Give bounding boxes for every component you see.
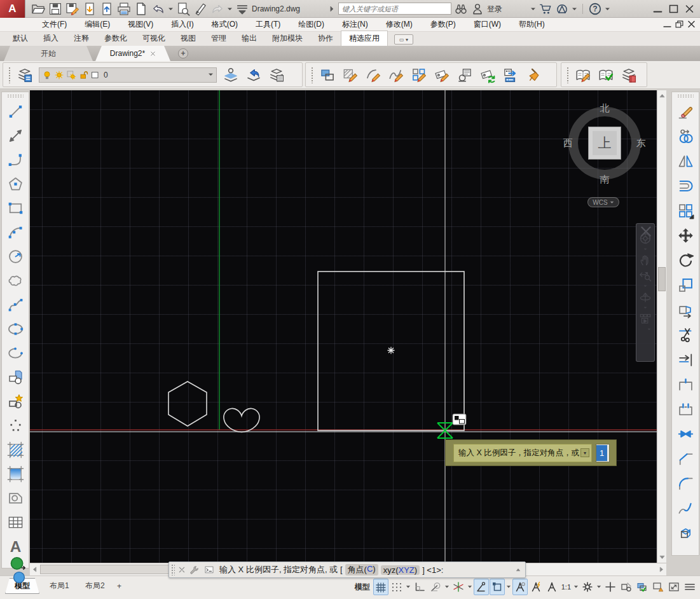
command-customize-icon[interactable] [189, 565, 199, 575]
toolbar-grip[interactable] [7, 94, 24, 98]
menu-edit[interactable]: 编辑(E) [76, 18, 119, 31]
scale-button[interactable] [673, 273, 697, 298]
pan-icon[interactable] [638, 253, 652, 267]
sketch-button[interactable] [193, 2, 208, 16]
construction-line-button[interactable] [3, 123, 27, 148]
dynamic-input-options-icon[interactable]: ▾ [580, 448, 589, 457]
revision-cloud-button[interactable] [3, 268, 27, 293]
hatch-edit-button[interactable] [339, 64, 362, 86]
stretch-button[interactable] [673, 298, 697, 322]
preview-button[interactable] [175, 2, 191, 16]
ribbon-tab-parametric[interactable]: 参数化 [97, 31, 135, 46]
rectangle-button[interactable] [3, 196, 27, 220]
save-button[interactable] [48, 2, 63, 16]
layout1-tab[interactable]: 布局1 [41, 578, 78, 594]
gradient-button[interactable] [3, 462, 27, 486]
maximize-button[interactable] [667, 3, 680, 15]
search-input[interactable] [339, 3, 451, 14]
search-icon[interactable] [454, 2, 468, 16]
close-button[interactable] [683, 3, 696, 15]
navbar-caret-icon[interactable] [642, 305, 649, 310]
navbar-caret-icon[interactable] [642, 247, 649, 252]
showmotion-icon[interactable] [638, 312, 652, 326]
attribute-export-button[interactable] [499, 64, 522, 86]
isodraft-caret[interactable] [467, 579, 473, 595]
layer-color-swatch[interactable] [90, 70, 100, 80]
menu-tools[interactable]: 工具(T) [247, 18, 289, 31]
toolbar-grip[interactable] [677, 94, 694, 98]
file-tab-start[interactable]: 开始 [4, 46, 93, 61]
open-from-mobile-button[interactable] [99, 2, 114, 16]
a360-caret-icon[interactable] [572, 6, 577, 12]
multiple-points-button[interactable] [3, 413, 27, 437]
spline-edit-button[interactable] [385, 64, 408, 86]
ribbon-tab-featured-apps[interactable]: 精选应用 [341, 31, 388, 46]
ribbon-tab-collaborate[interactable]: 协作 [310, 31, 341, 46]
menu-dimension[interactable]: 标注(N) [333, 18, 377, 31]
create-block-button[interactable] [3, 389, 27, 413]
menu-file[interactable]: 文件(F) [33, 18, 76, 31]
ribbon-tab-insert[interactable]: 插入 [36, 31, 66, 46]
performance-button[interactable] [650, 579, 666, 595]
polar-toggle[interactable] [428, 579, 443, 595]
ribbon-tab-output[interactable]: 输出 [234, 31, 264, 46]
isodraft-toggle[interactable] [451, 579, 466, 595]
viewcube-east[interactable]: 东 [636, 137, 646, 149]
osnap-caret[interactable] [505, 579, 512, 595]
ellipse-button[interactable] [3, 317, 27, 341]
new-drawing-tab-button[interactable]: + [178, 48, 188, 59]
annotation-visibility-toggle[interactable] [512, 579, 528, 595]
command-line-grip[interactable] [171, 564, 175, 575]
layer-thaw-icon[interactable] [54, 70, 64, 80]
menu-insert[interactable]: 插入(I) [162, 18, 202, 31]
app-logo[interactable]: A [0, 0, 25, 18]
arc-button[interactable] [3, 220, 27, 244]
break-at-point-button[interactable] [673, 372, 697, 397]
overflow-menu-button[interactable] [235, 2, 250, 16]
layer-properties-button[interactable] [13, 64, 36, 86]
copy-nested-button[interactable] [316, 64, 339, 86]
polyline-edit-button[interactable] [362, 64, 385, 86]
toolbar-grip[interactable] [311, 67, 314, 83]
grid-toggle[interactable] [373, 579, 388, 595]
search-box[interactable] [338, 3, 451, 15]
snap-caret[interactable] [405, 579, 411, 595]
attribute-manager-button[interactable] [453, 64, 476, 86]
minimize-button[interactable] [651, 3, 664, 15]
polyline-button[interactable] [3, 148, 27, 172]
viewcube-top-face[interactable]: 上 [588, 127, 621, 160]
doc-minimize-button[interactable] [661, 18, 673, 30]
array-edit-button[interactable] [408, 64, 430, 86]
join-button[interactable] [673, 422, 697, 446]
ribbon-tab-view[interactable]: 视图 [173, 31, 203, 46]
array-button[interactable] [673, 198, 697, 223]
snap-toggle[interactable] [389, 579, 404, 595]
caret-down-button[interactable] [168, 2, 174, 16]
erase-button[interactable] [673, 99, 697, 124]
clean-screen-button[interactable] [666, 579, 682, 595]
scroll-up-icon[interactable] [658, 92, 666, 100]
save-as-button[interactable] [65, 2, 80, 16]
menu-parametric[interactable]: 参数(P) [422, 18, 465, 31]
vertical-scroll-thumb[interactable] [658, 267, 666, 291]
region-button[interactable] [3, 486, 27, 510]
wcs-menu[interactable]: WCS [587, 197, 619, 207]
layer-select[interactable]: 0 [39, 67, 217, 83]
copy-button[interactable] [673, 124, 697, 149]
orbit-icon[interactable] [638, 290, 652, 304]
vertical-scrollbar[interactable] [657, 90, 666, 563]
help-caret-icon[interactable] [605, 6, 610, 12]
signin-label[interactable]: 登录 [487, 4, 502, 15]
plot-button[interactable] [116, 2, 132, 16]
standards-edit-button[interactable] [572, 64, 594, 86]
layer-combo-caret-icon[interactable] [208, 72, 214, 78]
help-icon[interactable]: ? [588, 2, 602, 16]
mirror-button[interactable] [673, 149, 697, 174]
ribbon-tab-annotate[interactable]: 注释 [66, 31, 97, 46]
undo-button[interactable] [151, 2, 166, 16]
menu-draw[interactable]: 绘图(D) [289, 18, 333, 31]
offset-button[interactable] [673, 174, 697, 198]
isolate-objects-button[interactable] [619, 579, 634, 595]
hatch-button[interactable] [3, 437, 27, 462]
zoom-extents-icon[interactable] [638, 268, 652, 282]
